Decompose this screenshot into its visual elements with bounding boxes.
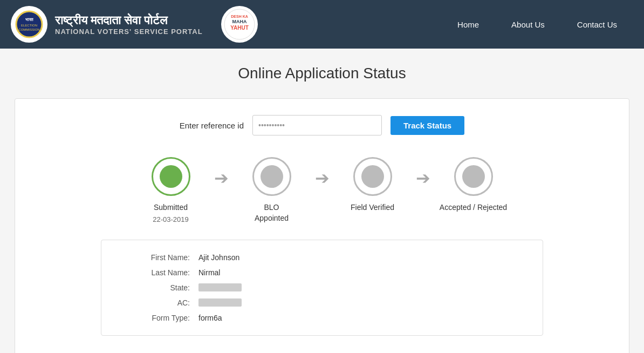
step-submitted-label: Submitted <box>154 202 188 213</box>
header-logo: भारत ELECTION COMMISSION राष्ट्रीय मतदात… <box>11 6 258 43</box>
state-value <box>198 283 242 291</box>
info-row-state: State: <box>123 283 521 292</box>
page-title: Online Application Status <box>11 65 633 82</box>
step-field-label: Field Verified <box>351 202 394 213</box>
arrow-2-icon: ➔ <box>315 168 330 188</box>
svg-point-4 <box>224 9 255 39</box>
formtype-value: form6a <box>198 314 222 322</box>
step-accepted-circle <box>454 157 493 196</box>
info-row-lastname: Last Name: Nirmal <box>123 268 521 277</box>
step-accepted-label: Accepted / Rejected <box>440 202 507 213</box>
firstname-value: Ajit Johnson <box>198 253 239 262</box>
step-blo-circle <box>252 157 291 196</box>
nav-contact[interactable]: Contact Us <box>561 15 633 35</box>
status-steps: Submitted 22-03-2019 ➔ BLOAppointed ➔ Fi… <box>37 157 607 223</box>
svg-text:ELECTION: ELECTION <box>21 24 37 27</box>
nav-about[interactable]: About Us <box>495 15 561 35</box>
main-content: Online Application Status Enter referenc… <box>0 49 644 353</box>
formtype-key: Form Type: <box>123 314 198 322</box>
arrow-3-icon: ➔ <box>416 168 430 188</box>
portal-title: राष्ट्रीय मतदाता सेवा पोर्टल NATIONAL VO… <box>55 13 203 36</box>
main-nav: Home About Us Contact Us <box>441 15 633 35</box>
reference-label: Enter reference id <box>180 121 244 130</box>
ac-value <box>198 298 242 307</box>
step-submitted-circle <box>152 157 190 196</box>
svg-text:DESH KA: DESH KA <box>231 15 248 18</box>
info-row-firstname: First Name: Ajit Johnson <box>123 253 521 262</box>
lastname-key: Last Name: <box>123 268 198 277</box>
arrow-1-icon: ➔ <box>214 168 229 188</box>
step-blo-label: BLOAppointed <box>255 202 289 223</box>
status-card: Enter reference id Track Status Submitte… <box>15 98 629 353</box>
header: भारत ELECTION COMMISSION राष्ट्रीय मतदात… <box>0 0 644 49</box>
step-submitted: Submitted 22-03-2019 <box>128 157 214 223</box>
step-blo-appointed: BLOAppointed <box>229 157 315 223</box>
svg-text:भारत: भारत <box>25 17 33 22</box>
track-status-button[interactable]: Track Status <box>390 116 464 135</box>
step-submitted-date: 22-03-2019 <box>153 215 189 223</box>
firstname-key: First Name: <box>123 253 198 262</box>
reference-input[interactable] <box>252 115 382 135</box>
applicant-info-box: First Name: Ajit Johnson Last Name: Nirm… <box>101 240 543 336</box>
step-accepted-rejected: Accepted / Rejected <box>430 157 517 213</box>
lastname-value: Nirmal <box>198 268 220 277</box>
svg-text:COMMISSION: COMMISSION <box>18 28 39 31</box>
maha-logo-icon: DESH KA MAHA YAHUT <box>221 6 258 43</box>
state-key: State: <box>123 283 198 292</box>
info-row-ac: AC: <box>123 298 521 307</box>
ac-key: AC: <box>123 298 198 307</box>
info-row-formtype: Form Type: form6a <box>123 314 521 322</box>
nav-home[interactable]: Home <box>441 15 495 35</box>
step-field-verified: Field Verified <box>330 157 416 213</box>
search-bar: Enter reference id Track Status <box>37 115 607 135</box>
svg-text:MAHA: MAHA <box>232 19 246 24</box>
ec-logo-icon: भारत ELECTION COMMISSION <box>11 6 47 43</box>
step-field-circle <box>353 157 392 196</box>
svg-text:YAHUT: YAHUT <box>230 25 249 31</box>
